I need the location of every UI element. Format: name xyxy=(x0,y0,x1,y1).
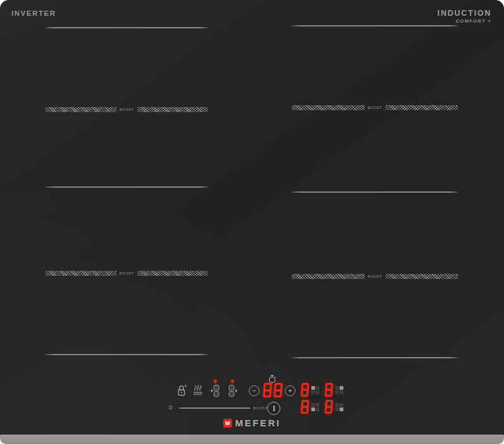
front-bevel xyxy=(0,435,504,444)
power-icon xyxy=(273,406,275,411)
timer-clock-icon xyxy=(268,375,277,384)
boost-marker-strip: BOOST xyxy=(292,105,458,111)
power-button[interactable] xyxy=(267,402,280,415)
hatch-pattern xyxy=(137,271,209,276)
brand-logo: M MEFERI xyxy=(223,418,280,428)
child-lock-button[interactable] xyxy=(176,384,188,397)
induction-branding: INDUCTION COMFORT + xyxy=(437,9,491,24)
child-lock-icon xyxy=(176,384,188,397)
keep-warm-button[interactable] xyxy=(192,385,204,396)
bridge-left-led xyxy=(214,380,217,383)
seven-segment-digit xyxy=(263,383,272,397)
slider-boost-label: BOOST xyxy=(253,406,268,410)
zone-power-display xyxy=(301,400,309,414)
bridge-left-button[interactable] xyxy=(210,380,221,397)
bridge-right-led xyxy=(231,380,234,383)
seven-segment-digit xyxy=(273,383,283,397)
zone-power-display xyxy=(301,383,309,397)
bridge-right-icon xyxy=(227,384,238,397)
zone-key-top-right[interactable] xyxy=(325,383,343,397)
zone-divider-line xyxy=(292,357,458,358)
hatch-pattern xyxy=(386,274,459,279)
boost-strip-label: BOOST xyxy=(368,106,382,110)
timer-display xyxy=(263,383,282,397)
zone-position-icon xyxy=(311,403,319,411)
zone-divider-line xyxy=(45,354,208,355)
slider-min-label: 0 xyxy=(169,404,172,411)
cooktop-glass: INVERTER INDUCTION COMFORT + BOOST BOOST… xyxy=(0,0,504,435)
zone-power-display xyxy=(324,383,333,397)
boost-marker-strip: BOOST xyxy=(45,106,208,113)
hatch-pattern xyxy=(292,274,365,279)
boost-strip-label: BOOST xyxy=(368,275,382,278)
zone-position-icon xyxy=(335,403,343,411)
zone-divider-line xyxy=(292,25,458,26)
hatch-pattern xyxy=(137,107,209,112)
minus-icon: − xyxy=(252,387,256,394)
boost-strip-label: BOOST xyxy=(120,271,134,275)
hatch-pattern xyxy=(386,105,459,110)
zone-key-bottom-right[interactable] xyxy=(325,400,343,414)
comfort-plus-label: COMFORT + xyxy=(437,18,491,24)
boost-marker-strip: BOOST xyxy=(45,270,208,276)
zone-power-display xyxy=(324,400,333,414)
boost-strip-label: BOOST xyxy=(120,108,134,111)
induction-label: INDUCTION xyxy=(437,9,491,18)
zone-position-icon xyxy=(311,386,319,394)
keep-warm-icon xyxy=(192,385,204,396)
bridge-right-button[interactable] xyxy=(227,380,238,397)
brand-logo-text: MEFERI xyxy=(235,418,280,428)
meferi-logo-mark: M xyxy=(223,419,232,428)
bridge-left-icon xyxy=(210,384,220,397)
timer-plus-button[interactable]: + xyxy=(285,385,295,396)
power-slider[interactable] xyxy=(178,407,251,409)
zone-divider-line xyxy=(45,186,208,188)
hatch-pattern xyxy=(45,271,117,276)
boost-marker-strip: BOOST xyxy=(292,273,458,280)
hatch-pattern xyxy=(45,107,117,112)
zone-divider-line xyxy=(292,191,458,193)
zone-divider-line xyxy=(45,27,208,28)
inverter-label: INVERTER xyxy=(11,9,56,17)
plus-icon: + xyxy=(288,387,292,394)
zone-position-icon xyxy=(335,386,343,394)
zone-key-bottom-left[interactable] xyxy=(301,400,319,414)
hatch-pattern xyxy=(292,105,365,110)
timer-minus-button[interactable]: − xyxy=(249,385,260,396)
zone-key-top-left[interactable] xyxy=(301,383,319,397)
induction-cooktop: INVERTER INDUCTION COMFORT + BOOST BOOST… xyxy=(0,0,504,444)
